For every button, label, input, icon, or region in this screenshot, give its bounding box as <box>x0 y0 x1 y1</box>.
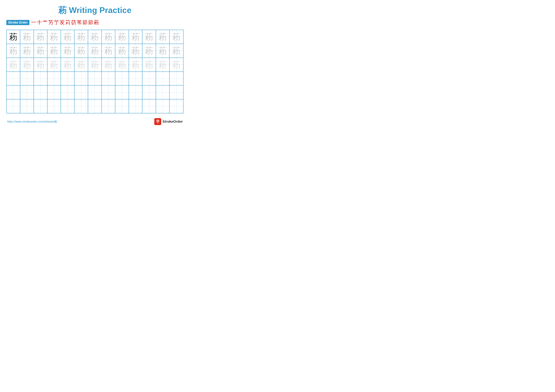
grid-cell[interactable] <box>170 72 183 86</box>
grid-cell[interactable] <box>61 100 74 113</box>
grid-cell[interactable] <box>129 100 143 113</box>
grid-cell[interactable] <box>102 72 115 86</box>
stroke-order-badge: Stroke Order <box>6 20 29 25</box>
grid-row-2: 菞 菞 菞 菞 菞 菞 菞 菞 菞 菞 菞 菞 <box>7 44 183 58</box>
grid-cell[interactable]: 菞 <box>88 58 102 71</box>
grid-cell[interactable] <box>170 100 183 113</box>
grid-cell[interactable] <box>74 72 88 86</box>
grid-cell[interactable]: 菞 <box>170 30 183 44</box>
grid-cell[interactable]: 菞 <box>61 30 74 44</box>
logo-icon: 字 <box>154 118 161 125</box>
grid-cell[interactable] <box>142 86 156 99</box>
grid-row-5 <box>7 86 183 100</box>
grid-cell[interactable]: 菞 <box>7 44 20 57</box>
grid-cell[interactable] <box>20 72 34 86</box>
footer-url[interactable]: https://www.strokeorder.com/chinese/菞 <box>7 120 57 123</box>
grid-cell[interactable] <box>115 100 129 113</box>
practice-grid: 菞 菞 菞 菞 菞 菞 菞 菞 菞 菞 菞 菞 <box>6 30 183 113</box>
grid-cell[interactable]: 菞 <box>47 58 61 71</box>
stroke-order-row: Stroke Order 一 十 艹 艻 艼 苃 苅 苆 苇 節 節 菞 <box>6 19 183 26</box>
grid-row-1: 菞 菞 菞 菞 菞 菞 菞 菞 菞 菞 菞 菞 <box>7 30 183 44</box>
grid-cell[interactable] <box>34 72 47 86</box>
grid-row-4 <box>7 72 183 86</box>
grid-cell[interactable]: 菞 <box>20 44 34 57</box>
grid-cell[interactable]: 菞 <box>170 58 183 71</box>
grid-cell[interactable] <box>142 72 156 86</box>
grid-cell[interactable] <box>129 86 143 99</box>
grid-cell[interactable]: 菞 <box>34 44 47 57</box>
grid-cell[interactable]: 菞 <box>102 30 115 44</box>
grid-row-6 <box>7 100 183 113</box>
grid-cell[interactable]: 菞 <box>142 58 156 71</box>
grid-cell[interactable]: 菞 <box>156 58 170 71</box>
grid-cell[interactable] <box>88 72 102 86</box>
grid-cell[interactable]: 菞 <box>115 30 129 44</box>
grid-cell[interactable] <box>47 100 61 113</box>
grid-cell[interactable]: 菞 <box>142 30 156 44</box>
logo-text: StrokeOrder <box>162 120 183 124</box>
grid-cell[interactable]: 菞 <box>47 30 61 44</box>
grid-cell[interactable]: 菞 <box>34 58 47 71</box>
grid-cell[interactable] <box>142 100 156 113</box>
grid-cell[interactable] <box>7 100 20 113</box>
grid-cell[interactable] <box>20 86 34 99</box>
grid-cell[interactable]: 菞 <box>115 44 129 57</box>
grid-cell[interactable]: 菞 <box>88 44 102 57</box>
grid-cell[interactable] <box>115 72 129 86</box>
grid-cell[interactable] <box>34 86 47 99</box>
grid-cell[interactable]: 菞 <box>102 44 115 57</box>
grid-cell[interactable] <box>170 86 183 99</box>
grid-cell[interactable] <box>20 100 34 113</box>
grid-cell[interactable]: 菞 <box>74 58 88 71</box>
grid-cell[interactable]: 菞 <box>74 30 88 44</box>
footer: https://www.strokeorder.com/chinese/菞 字 … <box>6 118 183 125</box>
grid-cell[interactable]: 菞 <box>7 58 20 71</box>
grid-cell[interactable] <box>7 86 20 99</box>
grid-cell[interactable]: 菞 <box>88 30 102 44</box>
grid-cell[interactable] <box>74 100 88 113</box>
grid-cell[interactable] <box>34 100 47 113</box>
grid-cell[interactable] <box>7 72 20 86</box>
grid-cell[interactable]: 菞 <box>34 30 47 44</box>
grid-cell[interactable] <box>61 72 74 86</box>
stroke-chars: 一 十 艹 艻 艼 苃 苅 苆 苇 節 節 菞 <box>31 19 99 26</box>
grid-cell[interactable]: 菞 <box>7 30 20 44</box>
grid-cell[interactable]: 菞 <box>156 30 170 44</box>
grid-cell[interactable] <box>156 72 170 86</box>
grid-cell[interactable]: 菞 <box>61 44 74 57</box>
grid-cell[interactable] <box>88 100 102 113</box>
grid-cell[interactable]: 菞 <box>102 58 115 71</box>
grid-cell[interactable] <box>47 86 61 99</box>
grid-cell[interactable]: 菞 <box>61 58 74 71</box>
grid-cell[interactable]: 菞 <box>115 58 129 71</box>
grid-cell[interactable] <box>156 100 170 113</box>
grid-cell[interactable]: 菞 <box>170 44 183 57</box>
grid-cell[interactable]: 菞 <box>47 44 61 57</box>
footer-logo: 字 StrokeOrder <box>154 118 183 125</box>
grid-cell[interactable] <box>88 86 102 99</box>
grid-cell[interactable] <box>115 86 129 99</box>
grid-cell[interactable] <box>47 72 61 86</box>
grid-cell[interactable] <box>61 86 74 99</box>
grid-cell[interactable]: 菞 <box>74 44 88 57</box>
grid-cell[interactable]: 菞 <box>156 44 170 57</box>
grid-cell[interactable]: 菞 <box>142 44 156 57</box>
grid-cell[interactable]: 菞 <box>20 58 34 71</box>
grid-row-3: 菞 菞 菞 菞 菞 菞 菞 菞 菞 菞 菞 菞 <box>7 58 183 72</box>
grid-cell[interactable]: 菞 <box>129 58 143 71</box>
grid-cell[interactable] <box>129 72 143 86</box>
grid-cell[interactable] <box>156 86 170 99</box>
grid-cell[interactable] <box>74 86 88 99</box>
grid-cell[interactable]: 菞 <box>129 30 143 44</box>
page-title: 菞 Writing Practice <box>6 5 183 16</box>
grid-cell[interactable]: 菞 <box>129 44 143 57</box>
grid-cell[interactable] <box>102 86 115 99</box>
grid-cell[interactable]: 菞 <box>20 30 34 44</box>
grid-cell[interactable] <box>102 100 115 113</box>
